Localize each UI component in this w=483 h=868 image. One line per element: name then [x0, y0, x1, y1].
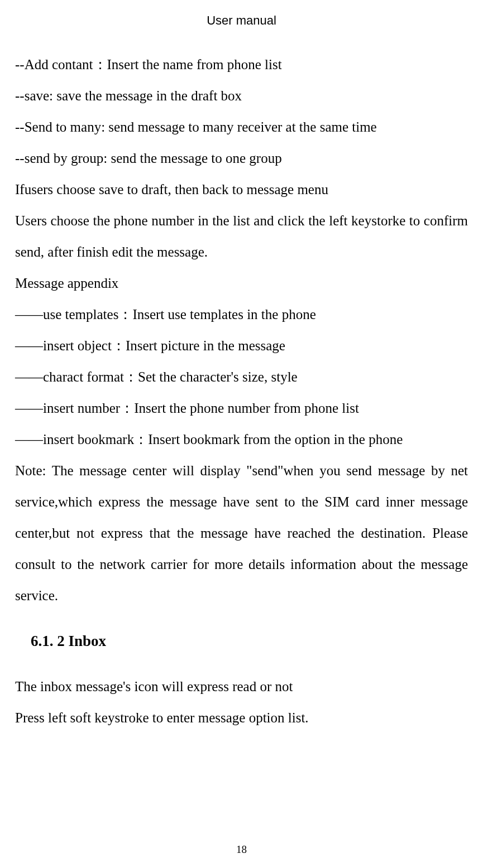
body-text: Ifusers choose save to draft, then back …	[15, 174, 468, 205]
document-content: --Add contant：Insert the name from phone…	[0, 49, 483, 734]
body-text: --send by group: send the message to one…	[15, 143, 468, 174]
body-text: ――charact format：Set the character's siz…	[15, 361, 468, 393]
body-text: Press left soft keystroke to enter messa…	[15, 702, 468, 734]
body-text: ――insert object：Insert picture in the me…	[15, 330, 468, 361]
body-text: --save: save the message in the draft bo…	[15, 80, 468, 112]
body-text: Users choose the phone number in the lis…	[15, 205, 468, 268]
body-text: Message appendix	[15, 268, 468, 299]
body-text: ――insert number：Insert the phone number …	[15, 393, 468, 424]
page-header: User manual	[0, 0, 483, 49]
body-text: ――use templates：Insert use templates in …	[15, 299, 468, 330]
body-text: Note: The message center will display "s…	[15, 455, 468, 611]
body-text: The inbox message's icon will express re…	[15, 671, 468, 702]
body-text: --Add contant：Insert the name from phone…	[15, 49, 468, 80]
header-title: User manual	[207, 13, 276, 27]
page-number: 18	[0, 843, 483, 856]
body-text: ――insert bookmark：Insert bookmark from t…	[15, 424, 468, 455]
body-text: --Send to many: send message to many rec…	[15, 112, 468, 143]
section-heading: 6.1. 2 Inbox	[15, 633, 468, 650]
